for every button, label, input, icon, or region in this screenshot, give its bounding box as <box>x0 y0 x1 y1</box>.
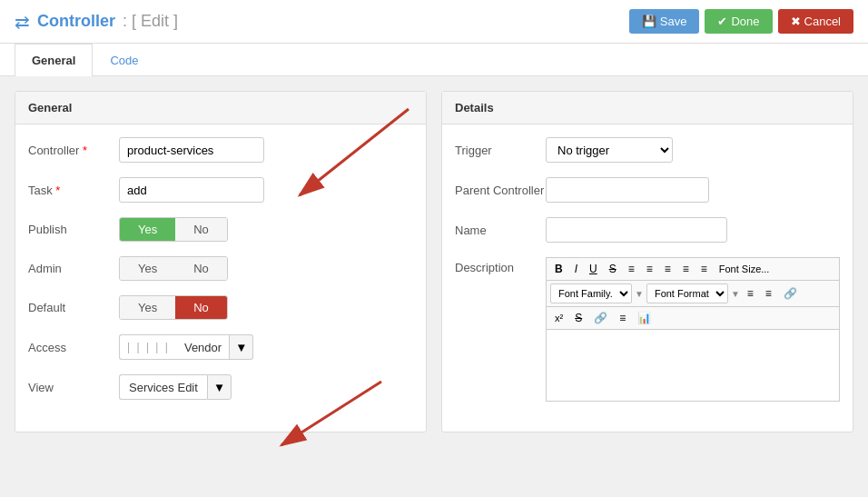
edit-label: : [ Edit ] <box>123 12 178 31</box>
name-input[interactable] <box>546 217 727 243</box>
cancel-button[interactable]: ✖ Cancel <box>778 9 853 34</box>
table-button[interactable]: 📊 <box>633 310 656 326</box>
description-row: Description B I U S ≡ ≡ ≡ ≡ ≡ Font Size.… <box>455 257 840 404</box>
publish-toggle: Yes No <box>119 217 228 242</box>
outdent-button[interactable]: ≡ <box>761 285 776 302</box>
x-icon: ✖ <box>791 15 801 28</box>
done-button[interactable]: ✔ Done <box>705 9 772 34</box>
shuffle-icon: ⇄ <box>15 11 30 33</box>
general-panel: General Controller * Task * Publ <box>15 91 427 432</box>
required-star: * <box>83 144 87 157</box>
admin-yes-button[interactable]: Yes <box>120 257 175 280</box>
align-right-button[interactable]: ≡ <box>660 261 676 277</box>
save-icon: 💾 <box>642 15 656 28</box>
header-title: ⇄ Controller : [ Edit ] <box>15 11 178 33</box>
parent-controller-row: Parent Controller <box>455 177 840 203</box>
view-select-group: Services Edit ▼ <box>119 374 232 400</box>
check-icon: ✔ <box>717 15 727 28</box>
publish-no-button[interactable]: No <box>175 218 227 241</box>
app-title: Controller <box>37 12 115 31</box>
task-label: Task * <box>28 184 119 197</box>
strikethrough2-button[interactable]: S <box>570 310 587 326</box>
trigger-select-group: No trigger <box>546 137 673 163</box>
parent-controller-input[interactable] <box>546 177 709 203</box>
controller-input[interactable] <box>119 137 264 163</box>
header-actions: 💾 Save ✔ Done ✖ Cancel <box>629 9 853 34</box>
name-label: Name <box>455 224 546 237</box>
controller-label: Controller * <box>28 144 119 157</box>
font-format-select[interactable]: Font Format <box>646 283 728 303</box>
access-dropdown-button[interactable]: ▼ <box>230 334 253 360</box>
bold-button[interactable]: B <box>550 261 567 277</box>
list-button[interactable]: ≡ <box>696 261 712 277</box>
publish-label: Publish <box>28 223 119 236</box>
details-panel-title: Details <box>442 92 853 124</box>
trigger-label: Trigger <box>455 144 546 157</box>
align-justify-button[interactable]: ≡ <box>678 261 694 277</box>
toolbar-chevron2: ▼ <box>731 289 740 299</box>
tabs-bar: General Code <box>0 44 868 76</box>
rich-toolbar-row3: x² S 🔗 ≡ 📊 <box>546 306 840 329</box>
rich-toolbar-row2: Font Family. ▼ Font Format ▼ ≡ ≡ 🔗 <box>546 280 840 306</box>
controller-row: Controller * <box>28 137 413 163</box>
emoji-button[interactable]: 🔗 <box>589 310 612 326</box>
general-panel-body: Controller * Task * Publish Yes No <box>15 124 426 427</box>
details-panel: Details Trigger No trigger Parent Contro… <box>441 91 853 432</box>
header: ⇄ Controller : [ Edit ] 💾 Save ✔ Done ✖ … <box>0 0 868 44</box>
view-label: View <box>28 381 119 394</box>
trigger-row: Trigger No trigger <box>455 137 840 163</box>
name-row: Name <box>455 217 840 243</box>
hr-button[interactable]: ≡ <box>615 310 630 326</box>
strikethrough-button[interactable]: S <box>605 261 621 277</box>
details-panel-body: Trigger No trigger Parent Controller Nam… <box>442 124 853 432</box>
task-required-star: * <box>55 184 60 197</box>
font-size-button[interactable]: Font Size... <box>715 262 774 276</box>
trigger-select[interactable]: No trigger <box>546 137 673 163</box>
default-row: Default Yes No <box>28 295 413 320</box>
main-content: General Controller * Task * Publ <box>0 76 868 447</box>
access-label: Access <box>28 341 119 354</box>
access-field-group: | | | | | Vendor ▼ <box>119 334 253 360</box>
toolbar-chevron1: ▼ <box>635 289 644 299</box>
description-editor: B I U S ≡ ≡ ≡ ≡ ≡ Font Size... F <box>546 257 840 404</box>
default-toggle: Yes No <box>119 295 228 320</box>
task-input[interactable] <box>119 177 264 203</box>
access-row: Access | | | | | Vendor ▼ <box>28 334 413 360</box>
admin-toggle: Yes No <box>119 256 228 281</box>
indent-button[interactable]: ≡ <box>743 285 758 302</box>
description-textarea[interactable] <box>546 329 840 402</box>
view-select-value: Services Edit <box>119 374 207 400</box>
publish-yes-button[interactable]: Yes <box>120 218 175 241</box>
font-family-select[interactable]: Font Family. <box>550 283 632 303</box>
admin-row: Admin Yes No <box>28 256 413 281</box>
general-panel-title: General <box>15 92 426 124</box>
view-dropdown-button[interactable]: ▼ <box>207 374 232 400</box>
parent-controller-label: Parent Controller <box>455 184 546 197</box>
link-button[interactable]: 🔗 <box>779 285 802 302</box>
access-pipes: | | | | | <box>119 334 177 360</box>
admin-no-button[interactable]: No <box>175 257 227 280</box>
publish-row: Publish Yes No <box>28 217 413 242</box>
default-yes-button[interactable]: Yes <box>120 296 175 319</box>
tab-general[interactable]: General <box>15 44 93 76</box>
rich-toolbar-row1: B I U S ≡ ≡ ≡ ≡ ≡ Font Size... <box>546 257 840 280</box>
superscript-button[interactable]: x² <box>550 311 567 325</box>
description-label: Description <box>455 257 546 274</box>
tab-code[interactable]: Code <box>93 44 155 76</box>
view-row: View Services Edit ▼ <box>28 374 413 400</box>
access-vendor: Vendor <box>177 334 230 360</box>
default-label: Default <box>28 301 119 314</box>
align-left-button[interactable]: ≡ <box>624 261 639 277</box>
save-button[interactable]: 💾 Save <box>629 9 700 34</box>
task-row: Task * <box>28 177 413 203</box>
default-no-button[interactable]: No <box>175 296 227 319</box>
admin-label: Admin <box>28 262 119 275</box>
underline-button[interactable]: U <box>585 261 602 277</box>
italic-button[interactable]: I <box>570 261 582 277</box>
align-center-button[interactable]: ≡ <box>642 261 657 277</box>
